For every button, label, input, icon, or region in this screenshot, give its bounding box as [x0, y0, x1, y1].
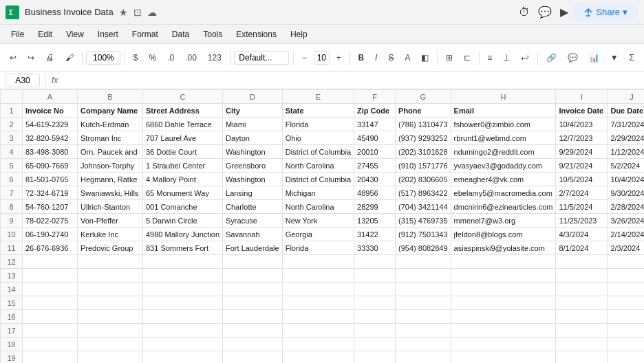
- cell[interactable]: (202) 8306605: [396, 173, 451, 186]
- cell[interactable]: 3/26/2024: [608, 214, 644, 228]
- cell[interactable]: [396, 269, 451, 283]
- col-header-i[interactable]: I: [556, 90, 608, 104]
- undo-button[interactable]: ↩: [6, 50, 21, 65]
- cell[interactable]: [354, 255, 396, 269]
- cell[interactable]: 54-760-1207: [23, 200, 78, 214]
- align-button[interactable]: ≡: [483, 50, 496, 65]
- cell[interactable]: [78, 310, 143, 324]
- cell[interactable]: [143, 310, 223, 324]
- row-number[interactable]: 2: [1, 118, 23, 131]
- cell[interactable]: [143, 351, 223, 364]
- cell[interactable]: [451, 310, 556, 324]
- row-number[interactable]: 13: [1, 269, 23, 283]
- cell[interactable]: [354, 283, 396, 296]
- cell[interactable]: [223, 283, 283, 296]
- cell[interactable]: [23, 283, 78, 296]
- cell[interactable]: Miami: [223, 118, 283, 131]
- cell[interactable]: 27455: [354, 159, 396, 173]
- cell[interactable]: (315) 4769735: [396, 214, 451, 228]
- cell[interactable]: [23, 338, 78, 351]
- cell[interactable]: [223, 269, 283, 283]
- cell[interactable]: [396, 310, 451, 324]
- currency-button[interactable]: $: [129, 50, 142, 65]
- share-dropdown-icon[interactable]: ▾: [623, 7, 627, 17]
- row-number[interactable]: 10: [1, 228, 23, 241]
- cell[interactable]: [608, 283, 644, 296]
- cell[interactable]: Orn, Paucek and: [78, 145, 143, 159]
- cell[interactable]: [451, 338, 556, 351]
- cell[interactable]: [143, 283, 223, 296]
- cell[interactable]: mmenel7@w3.org: [451, 214, 556, 228]
- cell[interactable]: [354, 296, 396, 310]
- cell[interactable]: [556, 310, 608, 324]
- cell[interactable]: 20010: [354, 145, 396, 159]
- cell[interactable]: [354, 310, 396, 324]
- cell[interactable]: [556, 296, 608, 310]
- col-header-a[interactable]: A: [23, 90, 78, 104]
- cell[interactable]: ebelamy5@macromedia.com: [451, 186, 556, 200]
- menu-insert[interactable]: Insert: [92, 27, 124, 42]
- text-color-button[interactable]: A: [400, 50, 414, 65]
- cell[interactable]: [78, 283, 143, 296]
- comments-button[interactable]: 💬: [534, 3, 556, 21]
- cell[interactable]: [78, 296, 143, 310]
- cell[interactable]: [396, 324, 451, 338]
- cell[interactable]: 831 Sommers Fort: [143, 241, 223, 255]
- cell[interactable]: [396, 338, 451, 351]
- cell[interactable]: Swaniawski, Hills: [78, 186, 143, 200]
- row-number[interactable]: 15: [1, 296, 23, 310]
- cell[interactable]: 2/7/2024: [556, 186, 608, 200]
- cell[interactable]: [556, 269, 608, 283]
- cell[interactable]: 4 Mallory Point: [143, 173, 223, 186]
- cell[interactable]: (786) 1310473: [396, 118, 451, 131]
- row-number[interactable]: 7: [1, 186, 23, 200]
- cell[interactable]: [143, 324, 223, 338]
- cell[interactable]: [223, 310, 283, 324]
- menu-extensions[interactable]: Extensions: [230, 27, 282, 42]
- cell[interactable]: [223, 255, 283, 269]
- cell[interactable]: 10/5/2024: [556, 173, 608, 186]
- cell[interactable]: District of Columbia: [282, 145, 354, 159]
- cell[interactable]: 1/12/2024: [608, 145, 644, 159]
- cell[interactable]: yvasyaev3@godaddy.com: [451, 159, 556, 173]
- cell[interactable]: 12/7/2023: [556, 131, 608, 145]
- cell[interactable]: jfeldon8@blogs.com: [451, 228, 556, 241]
- cell[interactable]: ndumingo2@reddit.com: [451, 145, 556, 159]
- cell[interactable]: 20430: [354, 173, 396, 186]
- cell[interactable]: 81-501-0765: [23, 173, 78, 186]
- cell[interactable]: [354, 351, 396, 364]
- cell[interactable]: Fort Lauderdale: [223, 241, 283, 255]
- cell[interactable]: 26-676-6936: [23, 241, 78, 255]
- cell[interactable]: 13205: [354, 214, 396, 228]
- cell[interactable]: [354, 338, 396, 351]
- cell[interactable]: 45490: [354, 131, 396, 145]
- font-size-decrease[interactable]: −: [298, 50, 311, 65]
- cell[interactable]: 32-820-5942: [23, 131, 78, 145]
- font-size-increase[interactable]: +: [332, 50, 345, 65]
- cell[interactable]: Kutch-Erdman: [78, 118, 143, 131]
- cell[interactable]: 65-090-7669: [23, 159, 78, 173]
- cell[interactable]: [354, 269, 396, 283]
- menu-tools[interactable]: Tools: [197, 27, 228, 42]
- cell[interactable]: [608, 338, 644, 351]
- cell[interactable]: [23, 310, 78, 324]
- cell[interactable]: [556, 324, 608, 338]
- cell[interactable]: [23, 351, 78, 364]
- history-button[interactable]: ⏱: [515, 3, 534, 21]
- cell[interactable]: [282, 338, 354, 351]
- cell[interactable]: 2/29/2024: [608, 131, 644, 145]
- cell[interactable]: 72-324-6719: [23, 186, 78, 200]
- cell[interactable]: Invoice No: [23, 104, 78, 118]
- cell[interactable]: dmcnirin6@ezinearticles.com: [451, 200, 556, 214]
- row-number[interactable]: 18: [1, 338, 23, 351]
- cell[interactable]: [451, 255, 556, 269]
- cell[interactable]: [143, 255, 223, 269]
- menu-help[interactable]: Help: [285, 27, 313, 42]
- cell[interactable]: 65 Monument Way: [143, 186, 223, 200]
- row-number[interactable]: 14: [1, 283, 23, 296]
- menu-format[interactable]: Format: [127, 27, 164, 42]
- col-header-e[interactable]: E: [282, 90, 354, 104]
- number-format-button[interactable]: 123: [204, 50, 226, 65]
- cell[interactable]: 4980 Mallory Junction: [143, 228, 223, 241]
- cell[interactable]: [556, 338, 608, 351]
